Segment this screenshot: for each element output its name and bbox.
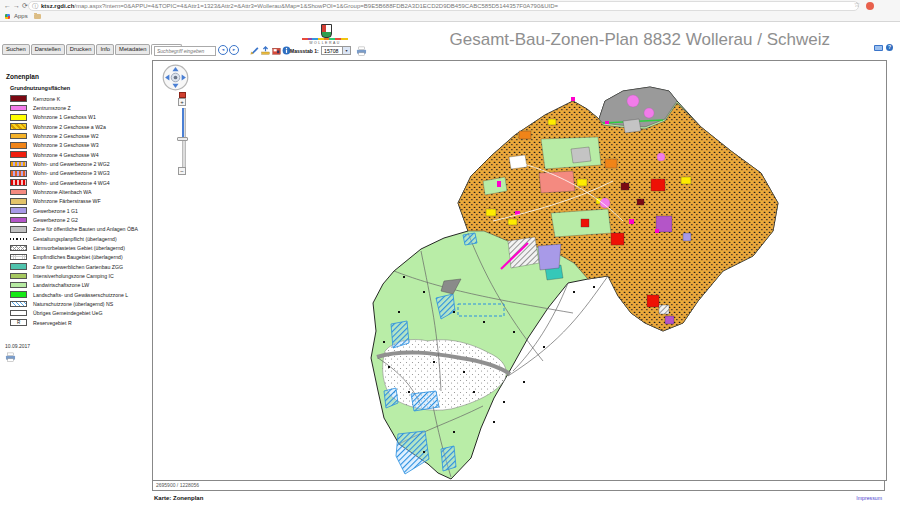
browser-forward-icon[interactable]: → bbox=[13, 1, 20, 10]
help-icon[interactable]: ? bbox=[886, 44, 893, 51]
legend-item-label: Wohnzone 2 Geschosse a W2a bbox=[33, 124, 106, 130]
pan-compass-control[interactable] bbox=[162, 64, 189, 91]
legend-item: Gewerbezone 1 G1 bbox=[10, 206, 150, 215]
legend-swatch bbox=[10, 282, 27, 289]
legend-item: Empfindliches Baugebiet (überlagernd) bbox=[10, 253, 150, 262]
legend-item-label: Kernzone K bbox=[33, 96, 60, 102]
url-bar[interactable]: ⓘ ktsz.rgdi.ch/map.aspx?intern=0&APPU=4&… bbox=[28, 1, 859, 11]
legend-item: Landwirtschaftszone LW bbox=[10, 281, 150, 290]
legend-item-label: Lärmvorbelastetes Gebiet (überlagernd) bbox=[33, 245, 125, 251]
export-map-icon[interactable] bbox=[261, 46, 270, 55]
panel-tab[interactable]: Darstellen bbox=[31, 44, 65, 55]
pen-tool-icon[interactable] bbox=[250, 46, 259, 55]
apps-grid-icon[interactable] bbox=[5, 14, 10, 19]
legend-item-label: Wohnzone Altenbach WA bbox=[33, 189, 92, 195]
legend-item-label: Gewerbezone 2 G2 bbox=[33, 217, 78, 223]
legend-swatch bbox=[10, 310, 27, 317]
legend-item-label: Landwirtschaftszone LW bbox=[33, 282, 89, 288]
legend-item-label: Wohnzone 2 Geschosse W2 bbox=[33, 133, 99, 139]
legend-item: Zone für gewerblichen Gartenbau ZGG bbox=[10, 262, 150, 271]
zoom-slider-handle[interactable] bbox=[177, 137, 188, 141]
legend-swatch bbox=[10, 263, 27, 270]
scale-label: Massstab 1: bbox=[290, 48, 319, 54]
impressum-link[interactable]: Impressum bbox=[856, 495, 882, 501]
legend-swatch: R bbox=[10, 319, 27, 326]
legend-item-label: Gestaltungsplanpflicht (überlagernd) bbox=[33, 236, 117, 242]
legend-item: Zone für öffentliche Bauten und Anlagen … bbox=[10, 225, 150, 234]
browser-refresh-icon[interactable]: ⟳ bbox=[22, 1, 28, 10]
legend-item: Wohnzone 3 Geschosse W3 bbox=[10, 141, 150, 150]
overview-map-icon[interactable] bbox=[874, 45, 883, 51]
legend-item-label: Wohn- und Gewerbezone 4 WG4 bbox=[33, 180, 110, 186]
logo-text: WOLLERAU bbox=[302, 41, 348, 45]
legend-swatch bbox=[10, 151, 27, 158]
legend-item: Übriges Gemeindegebiet UeG bbox=[10, 309, 150, 318]
legend-title: Zonenplan bbox=[6, 73, 39, 80]
legend-item-label: Reservegebiet R bbox=[33, 320, 72, 326]
map-name-label: Karte: Zonenplan bbox=[154, 495, 203, 501]
browser-back-icon[interactable]: ← bbox=[4, 1, 11, 10]
previous-extent-button[interactable]: ◄ bbox=[218, 45, 228, 55]
legend-swatch bbox=[10, 245, 27, 252]
print-legend-icon[interactable] bbox=[5, 352, 16, 362]
legend-swatch bbox=[10, 142, 27, 149]
legend-item-label: Wohnzone 3 Geschosse W3 bbox=[33, 142, 99, 148]
apps-label[interactable]: Apps bbox=[14, 13, 28, 19]
legend-item-label: Zentrumszone Z bbox=[33, 105, 71, 111]
legend-item: Wohnzone Färberstrasse WF bbox=[10, 197, 150, 206]
browser-extension-icon[interactable] bbox=[866, 2, 874, 10]
legend-item: Gewerbezone 2 G2 bbox=[10, 215, 150, 224]
legend-swatch bbox=[10, 189, 27, 196]
legend-swatch bbox=[10, 301, 27, 308]
legend-item: Wohn- und Gewerbezone 2 WG2 bbox=[10, 159, 150, 168]
panel-tab[interactable]: Metadaten bbox=[115, 44, 150, 55]
legend-swatch bbox=[10, 161, 27, 168]
next-extent-button[interactable]: ► bbox=[229, 45, 239, 55]
legend-group-title: Grundnutzungsflächen bbox=[10, 85, 70, 91]
legend-item-label: Gewerbezone 1 G1 bbox=[33, 208, 78, 214]
zoom-out-button[interactable]: − bbox=[178, 167, 186, 175]
panel-tab[interactable]: Info bbox=[96, 44, 114, 55]
legend-swatch bbox=[10, 217, 27, 224]
legend-swatch bbox=[10, 273, 27, 280]
bookmark-star-icon[interactable]: ☆ bbox=[854, 1, 860, 9]
zoning-map[interactable] bbox=[153, 61, 886, 480]
scale-select[interactable]: 15708 ▾ bbox=[321, 46, 351, 55]
legend-item-label: Übriges Gemeindegebiet UeG bbox=[33, 310, 103, 316]
bookmarks-folder-icon[interactable] bbox=[34, 14, 41, 19]
zoom-in-button[interactable]: + bbox=[178, 98, 186, 106]
legend-item-label: Zone für öffentliche Bauten und Anlagen … bbox=[33, 226, 138, 232]
url-host: ktsz.rgdi.ch bbox=[41, 3, 74, 9]
legend-item: Wohnzone Altenbach WA bbox=[10, 187, 150, 196]
legend-item: Landschafts- und Gewässerschutzzone L bbox=[10, 290, 150, 299]
search-input[interactable] bbox=[154, 46, 216, 56]
legend-item: Gestaltungsplanpflicht (überlagernd) bbox=[10, 234, 150, 243]
panel-tab[interactable]: Drucken bbox=[66, 44, 96, 55]
map-viewport[interactable]: + − bbox=[152, 60, 887, 481]
legend-item-label: Empfindliches Baugebiet (überlagernd) bbox=[33, 254, 123, 260]
legend-swatch bbox=[10, 226, 27, 233]
legend-swatch bbox=[10, 179, 27, 186]
legend-swatch bbox=[10, 123, 27, 130]
zoom-slider-fill bbox=[182, 108, 185, 138]
map-marker-icon[interactable] bbox=[272, 46, 281, 55]
legend-swatch bbox=[10, 170, 27, 177]
legend-item-label: Zone für gewerblichen Gartenbau ZGG bbox=[33, 264, 123, 270]
legend-swatch bbox=[10, 133, 27, 140]
legend-item-label: Wohnzone Färberstrasse WF bbox=[33, 198, 101, 204]
print-map-icon[interactable] bbox=[356, 46, 367, 56]
bookmarks-bar: Apps bbox=[0, 12, 900, 21]
legend-swatch bbox=[10, 291, 27, 298]
legend-item: Wohnzone 1 Geschoss W1 bbox=[10, 113, 150, 122]
chevron-down-icon[interactable]: ▾ bbox=[342, 47, 350, 54]
panel-tab[interactable]: Suchen bbox=[2, 44, 30, 55]
page-info-icon[interactable]: ⓘ bbox=[32, 2, 38, 10]
legend-item: Wohnzone 4 Geschosse W4 bbox=[10, 150, 150, 159]
legend-date: 10.09.2017 bbox=[5, 343, 30, 349]
legend-swatch bbox=[10, 95, 27, 102]
legend-item: Wohn- und Gewerbezone 3 WG3 bbox=[10, 169, 150, 178]
legend-item: Intensiverholungszone Camping IC bbox=[10, 271, 150, 280]
legend-swatch bbox=[10, 238, 27, 240]
legend-swatch bbox=[10, 207, 27, 214]
legend-item-label: Wohn- und Gewerbezone 2 WG2 bbox=[33, 161, 110, 167]
